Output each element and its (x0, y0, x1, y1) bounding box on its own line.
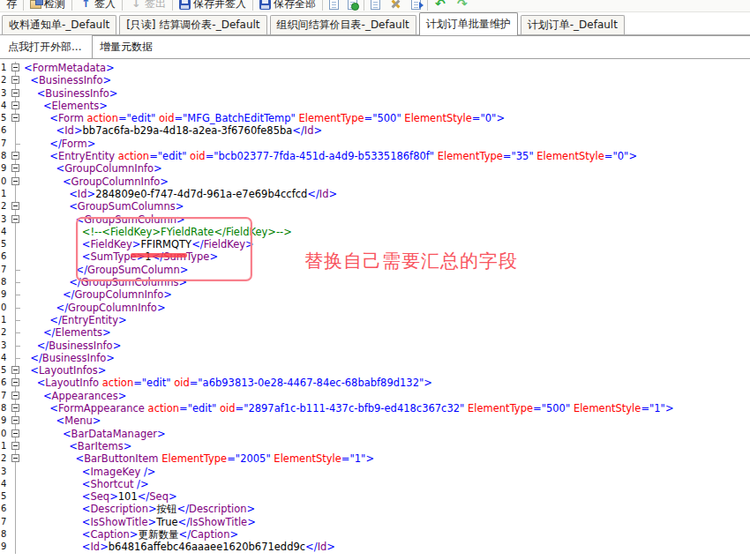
code-text: </EntryEntity> (24, 314, 127, 326)
code-line[interactable]: 9 <Menu> (0, 414, 750, 427)
fold-toggle-icon[interactable] (11, 378, 19, 386)
fold-gutter (8, 390, 24, 402)
code-line[interactable]: 9 </GroupColumnInfo> (0, 288, 750, 301)
fold-toggle-icon[interactable] (11, 442, 19, 450)
tab-3[interactable]: 组织间结算价目表-_Default (270, 15, 416, 34)
code-text: </BusinessInfo> (24, 340, 121, 352)
tools-button[interactable] (385, 0, 407, 12)
fold-toggle-icon[interactable] (11, 114, 19, 122)
code-line[interactable]: 9 <GroupColumnInfo> (0, 162, 750, 175)
code-line[interactable]: 2 </Elements> (0, 326, 750, 339)
fold-gutter (8, 124, 24, 137)
code-line[interactable]: 7 <Appearances> (0, 390, 750, 402)
fold-gutter (8, 213, 24, 226)
fold-toggle-icon[interactable] (11, 392, 19, 399)
code-line[interactable]: 6 <Id>bb7ac6fa-b29a-4d18-a2ea-3f6760fe85… (0, 124, 750, 137)
tab-4-active[interactable]: 计划订单批量维护 (419, 12, 518, 35)
code-line[interactable]: 2 <GroupSumColumns> (0, 200, 750, 213)
code-line[interactable]: 0 <BarDataManager> (0, 428, 750, 440)
check-in-button[interactable]: 签入 (74, 0, 120, 12)
save-partial-button[interactable]: 存 (2, 0, 21, 12)
code-line[interactable]: 8 </GroupSumColumns> (0, 276, 750, 288)
code-line[interactable]: 2 <BarButtonItem ElementType="2005" Elem… (0, 452, 750, 465)
redo-button[interactable] (452, 0, 474, 12)
code-line[interactable]: 4 </BusinessInfo> (0, 352, 750, 364)
code-line[interactable]: 7 </Form> (0, 138, 750, 150)
code-line[interactable]: 1 <Id>284809e0-f747-4d7d-961a-e7e69b4ccf… (0, 188, 750, 200)
code-text: </GroupSumColumns> (24, 276, 187, 288)
code-line[interactable]: 0 </GroupColumnInfo> (0, 302, 750, 314)
fold-toggle-icon[interactable] (11, 366, 19, 374)
code-line[interactable]: 5 <Form action="edit" oid="MFG_BatchEdit… (0, 112, 750, 124)
fold-toggle-icon[interactable] (11, 177, 19, 185)
code-line[interactable]: 3 <BusinessInfo> (0, 87, 750, 100)
document-2-button[interactable] (366, 0, 385, 12)
tab-2[interactable]: [只读] 结算调价表-_Default (119, 15, 266, 34)
code-line[interactable]: 6 <Description>按钮</Description> (0, 503, 750, 515)
fold-toggle-icon[interactable] (11, 416, 19, 424)
line-number: 9 (0, 288, 8, 301)
check-button[interactable]: 检测 (26, 0, 70, 12)
code-line[interactable]: 6 <LayoutInfo action="edit" oid="a6b9381… (0, 377, 750, 389)
code-line[interactable]: 5 <FieldKey>FFIRMQTY</FieldKey> (0, 238, 750, 250)
fold-gutter (8, 352, 24, 364)
code-line[interactable]: 4 <Shortcut /> (0, 478, 750, 490)
xml-editor[interactable]: 替换自己需要汇总的字段 1<FormMetadata>2 <BusinessIn… (0, 59, 750, 560)
code-line[interactable]: 6 <SumType>1</SumType> (0, 250, 750, 263)
code-text: <GroupColumnInfo> (24, 175, 169, 188)
toolbar-button-label: 保存全部 (274, 0, 316, 11)
save-all-button[interactable]: 保存全部 (255, 0, 320, 12)
fold-toggle-icon[interactable] (11, 454, 19, 462)
fold-toggle-icon[interactable] (11, 202, 19, 210)
code-line[interactable]: 5 <LayoutInfos> (0, 364, 750, 377)
code-line[interactable]: 3 <GroupSumColumn> (0, 213, 750, 226)
code-line[interactable]: 1<FormMetadata> (0, 62, 750, 74)
code-line[interactable]: 3 <ImageKey /> (0, 466, 750, 478)
floppy-icon (179, 0, 191, 10)
code-line[interactable]: 9 <Id>b64816affebc46aaaee1620b671edd9c</… (0, 541, 750, 553)
code-line[interactable]: 4 <Elements> (0, 100, 750, 112)
code-text: <GroupColumnInfo> (24, 162, 162, 175)
code-line[interactable]: 3 </BusinessInfo> (0, 340, 750, 352)
document-button[interactable] (325, 0, 343, 12)
code-line[interactable]: 0 <GroupColumnInfo> (0, 175, 750, 188)
code-text: <Seq>101</Seq> (24, 490, 177, 503)
fold-toggle-icon[interactable] (11, 101, 19, 109)
code-line[interactable]: 7 </GroupSumColumn> (0, 264, 750, 276)
save-and-check-in-button[interactable]: 保存并签入 (175, 0, 251, 12)
code-line[interactable]: 2 <BusinessInfo> (0, 74, 750, 86)
fold-toggle-icon[interactable] (11, 76, 19, 84)
fold-toggle-icon[interactable] (11, 152, 19, 160)
fold-toggle-icon[interactable] (11, 164, 19, 172)
fold-toggle-icon[interactable] (11, 63, 19, 71)
code-text: <BusinessInfo> (24, 87, 117, 100)
undo-button[interactable] (430, 0, 452, 12)
incremental-metadata-tab[interactable]: 增量元数据 (93, 35, 750, 58)
code-line[interactable]: 1 <BarItems> (0, 440, 750, 452)
fold-toggle-icon[interactable] (11, 89, 19, 97)
line-number: 3 (0, 340, 8, 352)
fold-toggle-icon[interactable] (11, 404, 19, 412)
code-text: </BusinessInfo> (24, 352, 115, 364)
code-line[interactable]: 8 <FormAppearance action="edit" oid="289… (0, 402, 750, 414)
document-info-button[interactable] (343, 0, 362, 12)
code-line[interactable]: 1 </EntryEntity> (0, 314, 750, 326)
code-text: <!--<FieldKey>FYieldRate</FieldKey>--> (24, 226, 292, 238)
toolbar-separator (364, 0, 364, 11)
code-line[interactable]: 5 <Seq>101</Seq> (0, 490, 750, 503)
check-out-button[interactable]: 签出 (124, 0, 170, 12)
code-line[interactable]: 4 <!--<FieldKey>FYieldRate</FieldKey>--> (0, 226, 750, 238)
tab-5[interactable]: 计划订单-_Default (521, 15, 625, 34)
code-line[interactable]: 7 <IsShowTitle>True</IsShowTitle> (0, 516, 750, 528)
line-number: 4 (0, 226, 8, 238)
code-line[interactable]: 8 <EntryEntity action="edit" oid="bcb023… (0, 150, 750, 162)
document-export-button[interactable] (407, 0, 425, 12)
sub-tab-bar: 点我打开外部... 增量元数据 (0, 35, 750, 59)
fold-gutter (8, 440, 24, 452)
open-external-tab[interactable]: 点我打开外部... (0, 35, 93, 58)
tab-1[interactable]: 收料通知单-_Default (2, 15, 116, 34)
fold-toggle-icon[interactable] (11, 429, 19, 437)
fold-toggle-icon[interactable] (11, 215, 19, 223)
fold-gutter (8, 452, 24, 465)
code-line[interactable]: 8 <Caption>更新数量</Caption> (0, 528, 750, 541)
